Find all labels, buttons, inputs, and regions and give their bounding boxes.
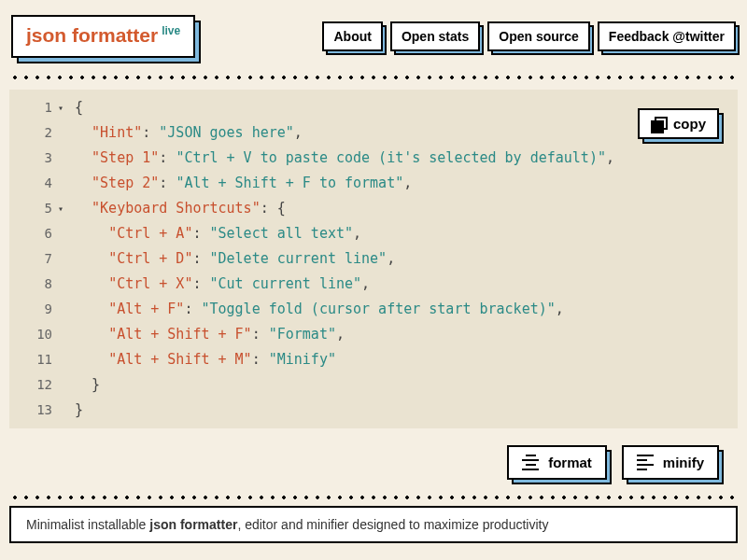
line-number: 11: [9, 347, 62, 372]
line-number: 2: [9, 120, 62, 146]
open-stats-button[interactable]: Open stats: [390, 21, 480, 51]
about-button[interactable]: About: [322, 21, 382, 51]
format-icon: [522, 455, 539, 470]
code-line[interactable]: "Keyboard Shortcuts": {: [75, 196, 738, 221]
footer-description: Minimalist installable json formatter, e…: [9, 506, 738, 543]
line-number: 1▾: [9, 95, 62, 120]
logo-text: json formatter: [26, 24, 158, 46]
code-line[interactable]: }: [75, 372, 738, 398]
line-number: 8: [9, 272, 62, 297]
format-label: format: [548, 455, 592, 470]
code-line[interactable]: "Ctrl + X": "Cut current line",: [75, 272, 738, 297]
json-editor[interactable]: 1▾2345▾678910111213 { "Hint": "JSON goes…: [9, 90, 738, 428]
line-number: 12: [9, 372, 62, 398]
minify-icon: [637, 455, 654, 470]
line-number: 10: [9, 322, 62, 347]
code-line[interactable]: "Alt + Shift + F": "Format",: [75, 322, 738, 347]
copy-button[interactable]: copy: [638, 108, 719, 139]
fold-toggle-icon[interactable]: ▾: [58, 196, 63, 221]
copy-icon: [651, 117, 666, 132]
line-number: 9: [9, 297, 62, 322]
code-line[interactable]: "Ctrl + D": "Delete current line",: [75, 246, 738, 272]
line-number: 13: [9, 398, 62, 423]
code-line[interactable]: "Step 1": "Ctrl + V to paste code (it's …: [75, 146, 738, 171]
feedback-button[interactable]: Feedback @twitter: [598, 21, 736, 51]
open-source-button[interactable]: Open source: [487, 21, 590, 51]
code-line[interactable]: "Ctrl + A": "Select all text",: [75, 221, 738, 246]
code-line[interactable]: "Alt + F": "Toggle fold (cursor after st…: [75, 297, 738, 322]
line-number: 5▾: [9, 196, 62, 221]
copy-label: copy: [673, 116, 706, 132]
logo-badge: live: [162, 24, 180, 37]
app-logo[interactable]: json formatterlive: [11, 15, 195, 58]
code-content[interactable]: { "Hint": "JSON goes here", "Step 1": "C…: [69, 90, 738, 428]
code-line[interactable]: "Step 2": "Alt + Shift + F to format",: [75, 171, 738, 196]
minify-button[interactable]: minify: [622, 445, 719, 480]
line-gutter: 1▾2345▾678910111213: [9, 90, 69, 428]
divider: [9, 495, 738, 500]
code-line[interactable]: "Alt + Shift + M": "Minify": [75, 347, 738, 372]
line-number: 7: [9, 246, 62, 272]
line-number: 4: [9, 171, 62, 196]
format-button[interactable]: format: [507, 445, 607, 480]
fold-toggle-icon[interactable]: ▾: [58, 95, 63, 120]
code-line[interactable]: }: [75, 398, 738, 423]
line-number: 6: [9, 221, 62, 246]
top-nav: About Open stats Open source Feedback @t…: [322, 21, 736, 51]
minify-label: minify: [663, 455, 704, 470]
line-number: 3: [9, 146, 62, 171]
